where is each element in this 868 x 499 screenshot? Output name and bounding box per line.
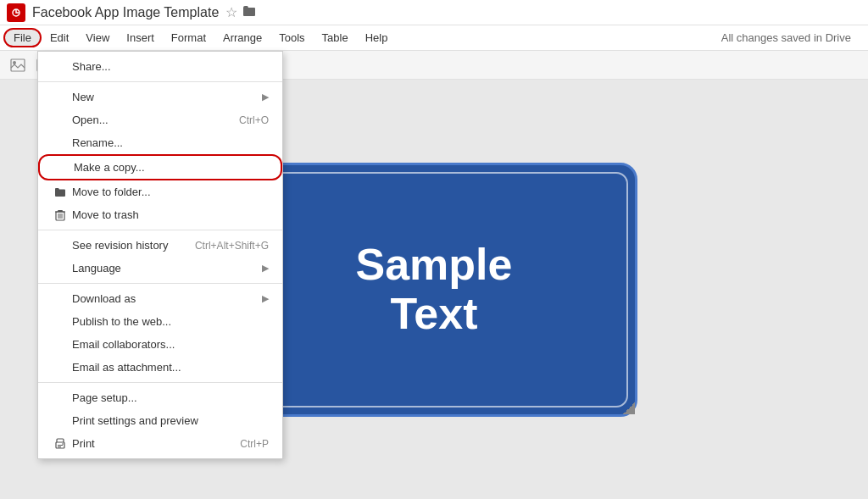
menu-move-folder[interactable]: Move to folder... [38, 180, 282, 203]
separator-3 [38, 283, 282, 284]
menu-language[interactable]: Language ▶ [38, 257, 282, 280]
menu-new[interactable]: New ▶ [38, 86, 282, 108]
file-dropdown: Share... New ▶ Open... Ctrl+O Rename... … [37, 51, 283, 459]
menu-view[interactable]: View [77, 28, 118, 47]
menu-arrange[interactable]: Arrange [214, 28, 270, 47]
menu-share[interactable]: Share... [38, 55, 282, 78]
folder-move-icon [52, 187, 69, 197]
menu-bar: File Edit View Insert Format Arrange Too… [0, 25, 868, 51]
svg-rect-15 [58, 446, 61, 447]
menu-publish[interactable]: Publish to the web... [38, 310, 282, 333]
print-icon [52, 438, 69, 449]
menu-rename[interactable]: Rename... [38, 131, 282, 154]
svg-rect-9 [58, 210, 63, 212]
trash-icon [52, 209, 69, 221]
menu-help[interactable]: Help [357, 28, 397, 47]
menu-email-attach[interactable]: Email as attachment... [38, 356, 282, 379]
menu-make-copy[interactable]: Make a copy... [38, 154, 282, 180]
menu-format[interactable]: Format [163, 28, 214, 47]
language-arrow: ▶ [262, 263, 269, 274]
menu-open[interactable]: Open... Ctrl+O [38, 108, 282, 131]
new-arrow: ▶ [262, 91, 269, 103]
open-shortcut: Ctrl+O [239, 114, 269, 126]
separator-4 [38, 382, 282, 383]
menu-table[interactable]: Table [314, 28, 357, 47]
svg-rect-14 [58, 445, 63, 446]
print-shortcut: Ctrl+P [240, 438, 269, 450]
revision-shortcut: Ctrl+Alt+Shift+G [195, 240, 269, 252]
menu-page-setup[interactable]: Page setup... [38, 386, 282, 409]
resize-handle[interactable] [623, 402, 635, 414]
menu-edit[interactable]: Edit [42, 28, 77, 47]
menu-print-preview[interactable]: Print settings and preview [38, 409, 282, 432]
menu-insert[interactable]: Insert [118, 28, 163, 47]
separator-1 [38, 81, 282, 82]
menu-revision[interactable]: See revision history Ctrl+Alt+Shift+G [38, 234, 282, 257]
sample-text[interactable]: SampleText [356, 241, 513, 337]
menu-tools[interactable]: Tools [270, 28, 313, 47]
slide-canvas[interactable]: SampleText [231, 163, 637, 417]
toolbar-image-btn[interactable] [7, 54, 29, 76]
star-icon[interactable]: ☆ [225, 4, 237, 20]
menu-print[interactable]: Print Ctrl+P [38, 432, 282, 455]
folder-icon[interactable] [242, 5, 256, 20]
separator-2 [38, 230, 282, 230]
menu-email-collab[interactable]: Email collaborators... [38, 333, 282, 356]
menu-trash[interactable]: Move to trash [38, 203, 282, 226]
title-bar: Facebook App Image Template ☆ [0, 0, 868, 25]
document-title: Facebook App Image Template [32, 5, 219, 20]
menu-file[interactable]: File [3, 28, 42, 47]
svg-point-16 [62, 443, 64, 445]
saved-status: All changes saved in Drive [721, 31, 865, 44]
download-arrow: ▶ [262, 293, 269, 304]
menu-download[interactable]: Download as ▶ [38, 287, 282, 310]
app-icon [7, 3, 25, 22]
